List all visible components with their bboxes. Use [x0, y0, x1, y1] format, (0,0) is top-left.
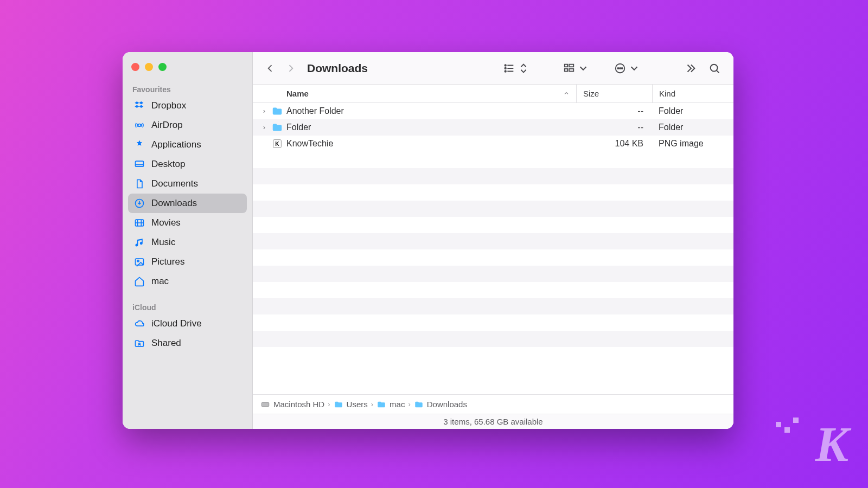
sidebar-item-label: Shared: [151, 338, 181, 349]
sidebar-item-icloud-drive[interactable]: iCloud Drive: [128, 314, 247, 333]
sidebar-item-label: Movies: [151, 217, 181, 228]
icloud-icon: [133, 318, 145, 330]
path-bar: Macintosh HD › Users › mac › Downloads: [253, 394, 733, 414]
desktop-icon: [133, 158, 145, 170]
sidebar-item-label: iCloud Drive: [151, 318, 202, 329]
svg-point-15: [617, 67, 618, 68]
chevron-right-icon: ›: [371, 400, 373, 408]
path-segment[interactable]: Downloads: [427, 400, 467, 409]
main-content: Downloads: [253, 52, 733, 429]
sidebar-item-movies[interactable]: Movies: [128, 213, 247, 233]
svg-point-0: [138, 124, 141, 127]
location-title: Downloads: [307, 62, 368, 75]
file-kind: Folder: [652, 106, 733, 116]
column-header-label: Name: [286, 89, 309, 98]
sidebar-section-favourites: Favourites: [128, 81, 247, 96]
disclosure-triangle-icon[interactable]: ›: [258, 107, 270, 115]
toolbar: Downloads: [253, 52, 733, 85]
image-file-icon: K: [271, 138, 283, 150]
sidebar-item-label: AirDrop: [151, 120, 183, 131]
music-icon: [133, 236, 145, 248]
sidebar-item-label: Documents: [151, 178, 198, 189]
minimize-window-button[interactable]: [145, 63, 153, 71]
column-headers: Name Size Kind: [253, 85, 733, 103]
action-menu-button[interactable]: [611, 60, 643, 76]
svg-rect-1: [136, 161, 144, 166]
sort-ascending-icon: [563, 89, 570, 98]
svg-text:K: K: [275, 141, 279, 147]
file-size: 104 KB: [576, 139, 652, 149]
svg-point-16: [620, 67, 621, 68]
path-segment[interactable]: mac: [390, 400, 405, 409]
file-row[interactable]: K KnowTechie 104 KB PNG image: [253, 136, 733, 152]
file-kind: PNG image: [652, 139, 733, 149]
folder-icon: [414, 400, 424, 409]
svg-point-7: [505, 65, 506, 66]
column-header-label: Size: [583, 89, 599, 98]
sidebar-item-dropbox[interactable]: Dropbox: [128, 96, 247, 115]
group-by-button[interactable]: [560, 60, 592, 76]
sidebar: Favourites Dropbox AirDrop Applications …: [123, 52, 253, 429]
back-button[interactable]: [263, 61, 278, 76]
sidebar-item-shared[interactable]: Shared: [128, 333, 247, 353]
folder-icon: [271, 121, 283, 133]
window-controls: [128, 60, 247, 81]
folder-icon: [376, 400, 386, 409]
file-size: --: [576, 106, 652, 116]
sidebar-item-music[interactable]: Music: [128, 233, 247, 252]
path-segment[interactable]: Macintosh HD: [273, 400, 324, 409]
view-list-button[interactable]: [500, 60, 533, 76]
watermark-logo: K: [815, 415, 846, 473]
svg-point-17: [622, 67, 623, 68]
file-name: Another Folder: [286, 106, 576, 116]
sidebar-item-label: Downloads: [151, 198, 197, 209]
chevron-right-icon: ›: [408, 400, 410, 408]
file-row[interactable]: › Folder -- Folder: [253, 119, 733, 136]
airdrop-icon: [133, 119, 145, 131]
shared-folder-icon: [133, 337, 145, 349]
svg-point-18: [711, 64, 718, 71]
home-icon: [133, 275, 145, 287]
sidebar-section-icloud: iCloud: [128, 299, 247, 314]
forward-button[interactable]: [283, 61, 298, 76]
svg-rect-21: [261, 402, 269, 407]
sidebar-item-label: mac: [151, 276, 169, 287]
svg-point-5: [137, 260, 139, 262]
svg-rect-10: [565, 64, 568, 67]
status-bar: 3 items, 65.68 GB available: [253, 414, 733, 429]
svg-rect-12: [569, 64, 573, 67]
file-kind: Folder: [652, 123, 733, 132]
column-header-size[interactable]: Size: [576, 85, 652, 102]
sidebar-item-home[interactable]: mac: [128, 272, 247, 291]
sidebar-item-label: Music: [151, 237, 175, 248]
sidebar-item-desktop[interactable]: Desktop: [128, 155, 247, 174]
path-segment[interactable]: Users: [347, 400, 368, 409]
downloads-icon: [133, 197, 145, 209]
chevron-right-icon: ›: [328, 400, 330, 408]
column-header-label: Kind: [659, 89, 675, 98]
toolbar-overflow-button[interactable]: [681, 60, 700, 76]
file-name: Folder: [286, 123, 576, 132]
hdd-icon: [260, 400, 270, 409]
svg-point-8: [505, 67, 506, 69]
sidebar-item-pictures[interactable]: Pictures: [128, 252, 247, 272]
sidebar-item-applications[interactable]: Applications: [128, 135, 247, 155]
file-row[interactable]: › Another Folder -- Folder: [253, 103, 733, 119]
svg-point-9: [505, 70, 506, 72]
folder-icon: [271, 105, 283, 117]
zoom-window-button[interactable]: [158, 63, 167, 71]
file-list: › Another Folder -- Folder › Folder -- F…: [253, 103, 733, 394]
file-size: --: [576, 123, 652, 132]
sidebar-item-documents[interactable]: Documents: [128, 174, 247, 194]
sidebar-item-airdrop[interactable]: AirDrop: [128, 115, 247, 135]
movies-icon: [133, 217, 145, 229]
sidebar-item-label: Desktop: [151, 159, 185, 170]
search-button[interactable]: [705, 60, 724, 76]
dropbox-icon: [133, 100, 145, 112]
column-header-kind[interactable]: Kind: [652, 85, 733, 102]
pictures-icon: [133, 256, 145, 268]
disclosure-triangle-icon[interactable]: ›: [258, 124, 270, 131]
sidebar-item-downloads[interactable]: Downloads: [128, 194, 247, 213]
column-header-name[interactable]: Name: [253, 89, 576, 98]
close-window-button[interactable]: [131, 63, 139, 71]
